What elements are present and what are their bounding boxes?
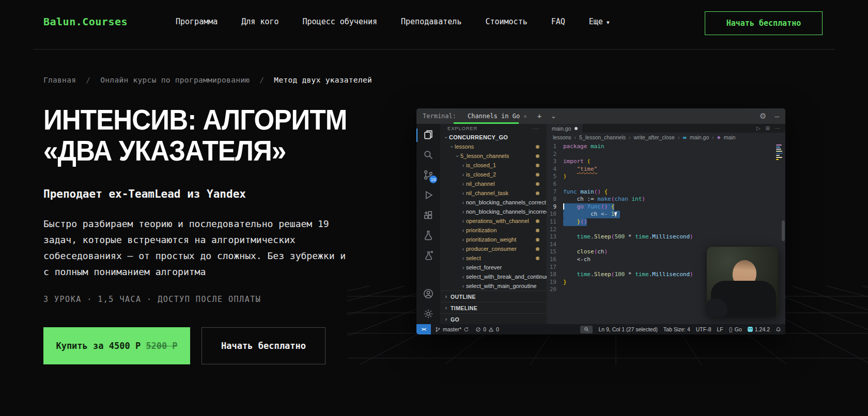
git-branch-status[interactable]: master*: [435, 326, 469, 332]
nav-item[interactable]: Процесс обучения: [303, 17, 378, 26]
tree-item-label: producer_consumer: [466, 246, 517, 252]
code-line[interactable]: 3import (: [547, 158, 785, 166]
nav-item[interactable]: Стоимость: [485, 17, 527, 26]
tree-item-operations_with_channel[interactable]: ›operations_with_channel: [440, 216, 547, 226]
panel-outline[interactable]: ›OUTLINE: [440, 291, 547, 302]
search-icon[interactable]: [422, 149, 435, 161]
buy-button[interactable]: Купить за 4500 Р 5200 Р: [43, 327, 190, 364]
cursor-position-status[interactable]: Ln 9, Col 1 (27 selected): [598, 326, 657, 332]
tree-item-label: operations_with_channel: [466, 218, 529, 224]
new-tab-icon[interactable]: +: [537, 112, 541, 120]
language-mode-status[interactable]: {} Go: [729, 326, 742, 332]
source-control-icon[interactable]: 19: [422, 169, 435, 181]
crumb[interactable]: 5_lesson_channels: [579, 134, 626, 140]
code-line[interactable]: 7func main() {: [547, 188, 785, 196]
code-line[interactable]: 6: [547, 181, 785, 188]
chevron-right-icon: ›: [460, 190, 466, 196]
status-bar: >< master*: [416, 324, 785, 334]
tree-item-is_closed_1[interactable]: ›is_closed_1: [440, 161, 547, 170]
top-navigation: Balun.Courses ПрограммаДля когоПроцесс о…: [0, 0, 868, 49]
tree-item-label: non_blocking_channels_incorrect: [466, 209, 547, 215]
tree-item-label: lessons: [455, 143, 474, 150]
testing-icon[interactable]: [422, 229, 435, 242]
logo[interactable]: Balun.Courses: [43, 15, 128, 28]
gear-icon[interactable]: ⚙: [760, 111, 766, 121]
more-actions-icon[interactable]: ···: [533, 125, 540, 131]
go-version-status[interactable]: 1.24.2: [748, 326, 770, 332]
modified-dot-icon: [536, 247, 539, 251]
tree-item-non_blocking_channels_incorrect[interactable]: ›non_blocking_channels_incorrect: [440, 207, 547, 216]
nav-item[interactable]: Преподаватель: [401, 17, 461, 26]
panel-timeline[interactable]: ›TIMELINE: [440, 302, 547, 313]
split-editor-icon[interactable]: ⊞: [766, 125, 770, 131]
crumb[interactable]: lessons: [553, 134, 571, 140]
code-line[interactable]: 5): [547, 173, 785, 181]
tree-item-producer_consumer[interactable]: ›producer_consumer: [440, 244, 547, 253]
line-number: 3: [547, 158, 563, 166]
nav-item[interactable]: Еще▾: [589, 17, 610, 26]
account-icon[interactable]: [422, 287, 435, 300]
code-line[interactable]: 10 ch <- 1: [547, 211, 785, 218]
crumb[interactable]: main: [724, 134, 736, 140]
nav-item[interactable]: Для кого: [241, 17, 278, 26]
minimize-icon[interactable]: —: [775, 112, 779, 120]
code-line[interactable]: 4 "time": [547, 166, 785, 173]
start-free-button[interactable]: Начать бесплатно: [705, 11, 823, 35]
chevron-down-icon[interactable]: ⌄: [551, 113, 556, 120]
tree-item-label: select_with_break_and_continue: [466, 274, 547, 280]
files-icon[interactable]: [422, 129, 435, 141]
tree-item-select[interactable]: ›select: [440, 253, 547, 263]
tree-item-is_closed_2[interactable]: ›is_closed_2: [440, 170, 547, 179]
tree-item-select_forever[interactable]: ›select_forever: [440, 263, 547, 272]
symbol-method-icon: ◈: [717, 135, 721, 140]
tree-item-nil_channel_task[interactable]: ›nil_channel_task: [440, 188, 547, 198]
run-debug-icon[interactable]: [422, 189, 435, 201]
code-line[interactable]: 13 time.Sleep(500 * time.Millisecond): [547, 233, 785, 241]
extensions-icon[interactable]: [422, 209, 435, 221]
crumb[interactable]: main.go: [690, 134, 709, 140]
problems-status[interactable]: 0 0: [475, 326, 499, 332]
nav-item[interactable]: FAQ: [551, 17, 565, 26]
header-divider: [33, 49, 835, 50]
code-line[interactable]: 9 go func() {: [547, 203, 785, 211]
editor-tab-maingo[interactable]: main.go: [547, 124, 583, 133]
code-line[interactable]: 11 }(): [547, 218, 785, 226]
encoding-status[interactable]: UTF-8: [696, 326, 711, 332]
line-number: 13: [547, 233, 563, 241]
close-icon[interactable]: ×: [523, 113, 527, 120]
tree-item-select_with_main_goroutine[interactable]: ›select_with_main_goroutine: [440, 281, 547, 291]
editor-scrollbar[interactable]: [782, 220, 785, 241]
tree-item-5_lesson_channels[interactable]: ›5_lesson_channels: [440, 151, 547, 161]
tree-item-concurrency_go[interactable]: ›CONCURRENCY_GO: [440, 133, 547, 142]
code-line[interactable]: 8 ch := make(chan int): [547, 196, 785, 203]
code-line[interactable]: 12: [547, 226, 785, 234]
search-status-icon[interactable]: [580, 326, 593, 333]
panel-go[interactable]: ›GO: [440, 313, 547, 324]
breadcrumb-home[interactable]: Главная: [43, 76, 76, 84]
start-free-secondary-button[interactable]: Начать бесплатно: [202, 327, 326, 364]
breadcrumb-section[interactable]: Онлайн курсы по программированию: [100, 76, 250, 84]
nav-item[interactable]: Программа: [176, 17, 218, 26]
chevron-right-icon: ›: [460, 181, 466, 187]
run-icon[interactable]: ▷: [756, 125, 761, 131]
mouse-cursor-icon: [614, 211, 621, 218]
crumb[interactable]: write_after_close: [634, 134, 675, 140]
tree-item-non_blocking_channels_correct[interactable]: ›non_blocking_channels_correct: [440, 198, 547, 207]
tree-item-prioritization[interactable]: ›prioritization: [440, 226, 547, 235]
code-line[interactable]: 2: [547, 151, 785, 158]
tree-item-select_with_break_and_continue[interactable]: ›select_with_break_and_continue: [440, 272, 547, 281]
remote-indicator-icon[interactable]: ><: [416, 324, 431, 334]
tab-size-status[interactable]: Tab Size: 4: [663, 326, 690, 332]
modified-dot-icon: [536, 145, 539, 149]
tree-item-nil_channel[interactable]: ›nil_channel: [440, 179, 547, 188]
tree-item-prioritization_weight[interactable]: ›prioritization_weight: [440, 235, 547, 244]
eol-status[interactable]: LF: [717, 326, 723, 332]
settings-gear-icon[interactable]: [422, 308, 435, 320]
more-actions-icon[interactable]: ⋯: [775, 125, 780, 131]
code-line[interactable]: 1package main: [547, 143, 785, 151]
bell-icon[interactable]: [776, 327, 781, 332]
terminal-tab[interactable]: Channels in Go: [468, 113, 520, 120]
tree-item-lessons[interactable]: ›lessons: [440, 142, 547, 151]
line-number: 6: [547, 181, 563, 188]
beaker-extra-icon[interactable]: [422, 249, 435, 262]
